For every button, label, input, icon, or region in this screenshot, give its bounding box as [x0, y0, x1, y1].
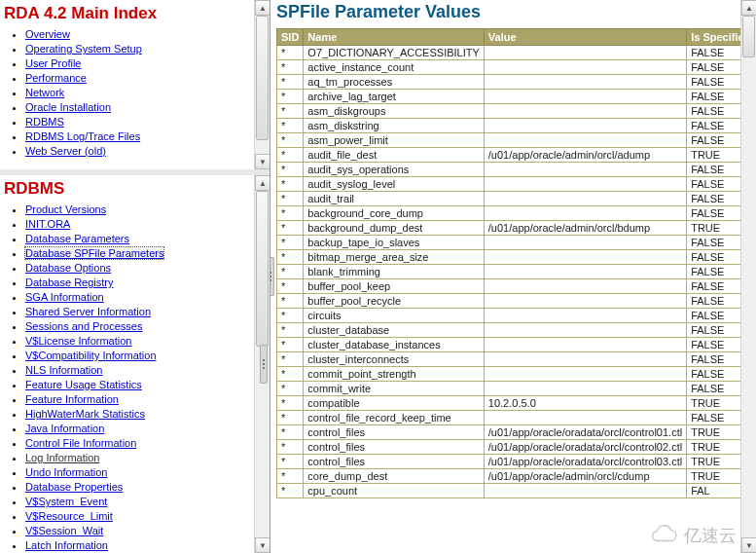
nav-link[interactable]: V$Session_Wait	[25, 525, 103, 536]
nav-link[interactable]: Database Registry	[25, 276, 114, 288]
table-row[interactable]: *control_files/u01/app/oracle/oradata/or…	[277, 455, 757, 469]
nav-link[interactable]: NLS Information	[25, 364, 102, 376]
content-scroll[interactable]: ▲ ▼	[740, 0, 756, 553]
table-row[interactable]: *background_dump_dest/u01/app/oracle/adm…	[277, 221, 757, 236]
nav-link[interactable]: Java Information	[25, 423, 104, 434]
nav-link[interactable]: Database Parameters	[25, 233, 129, 244]
cell-name: audit_file_dest	[304, 148, 484, 163]
cell-value	[484, 90, 686, 104]
nav-link[interactable]: Database Properties	[25, 481, 123, 493]
nav-link[interactable]: Sessions and Processes	[25, 320, 142, 332]
scroll-down-icon[interactable]: ▼	[255, 537, 270, 553]
nav-link[interactable]: V$System_Event	[25, 496, 107, 507]
nav-link[interactable]: Overview	[25, 28, 70, 40]
table-row[interactable]: *cpu_countFAL	[277, 484, 757, 498]
nav-link[interactable]: Undo Information	[25, 466, 107, 478]
cell-name: cluster_database_instances	[304, 338, 484, 352]
cell-sid: *	[277, 367, 304, 382]
table-row[interactable]: *audit_trailFALSE0	[277, 192, 757, 206]
table-row[interactable]: *control_file_record_keep_timeFALSE0	[277, 411, 757, 425]
cell-value	[484, 265, 686, 279]
nav-link[interactable]: Latch Information	[25, 539, 108, 551]
table-row[interactable]: *core_dump_dest/u01/app/oracle/admin/orc…	[277, 469, 757, 484]
scroll-thumb[interactable]	[742, 16, 755, 57]
table-row[interactable]: *control_files/u01/app/oracle/oradata/or…	[277, 425, 757, 440]
nav-link[interactable]: RDBMS Log/Trace Files	[25, 130, 140, 142]
table-row[interactable]: *active_instance_countFALSE0	[277, 60, 757, 75]
main-index-scroll[interactable]: ▲ ▼	[254, 0, 270, 169]
nav-link[interactable]: Database SPFile Parameters	[25, 247, 163, 259]
nav-link[interactable]: Feature Information	[25, 393, 119, 405]
nav-link[interactable]: Web Server (old)	[25, 145, 106, 157]
table-row[interactable]: *commit_writeFALSE0	[277, 382, 757, 396]
col-name[interactable]: Name	[304, 29, 484, 46]
nav-link[interactable]: Performance	[25, 72, 87, 84]
table-row[interactable]: *blank_trimmingFALSE0	[277, 265, 757, 279]
cell-value	[484, 279, 686, 294]
col-sid[interactable]: SID	[277, 29, 304, 46]
table-row[interactable]: *asm_diskstringFALSE0	[277, 119, 757, 133]
cell-value	[484, 60, 686, 75]
table-row[interactable]: *buffer_pool_recycleFALSE0	[277, 294, 757, 309]
nav-link[interactable]: V$Resource_Limit	[25, 510, 113, 522]
sidebar-item: Database SPFile Parameters	[25, 246, 268, 260]
rdbms-nav: Product VersionsINIT.ORADatabase Paramet…	[4, 203, 268, 553]
scroll-up-icon[interactable]: ▲	[255, 0, 270, 16]
scroll-down-icon[interactable]: ▼	[741, 537, 756, 553]
table-row[interactable]: *asm_diskgroupsFALSE0	[277, 104, 757, 119]
nav-link[interactable]: Product Versions	[25, 203, 106, 215]
table-row[interactable]: *audit_file_dest/u01/app/oracle/admin/or…	[277, 148, 757, 163]
cell-name: compatible	[304, 396, 484, 411]
nav-link[interactable]: Oracle Installation	[25, 101, 111, 113]
nav-link[interactable]: User Profile	[25, 57, 81, 69]
table-row[interactable]: *cluster_interconnectsFALSE0	[277, 352, 757, 367]
table-row[interactable]: *commit_point_strengthFALSE0	[277, 367, 757, 382]
cell-sid: *	[277, 484, 304, 498]
cell-name: commit_point_strength	[304, 367, 484, 382]
scroll-thumb[interactable]	[256, 16, 269, 140]
nav-link[interactable]: Shared Server Information	[25, 306, 151, 317]
nav-link[interactable]: V$License Information	[25, 335, 131, 347]
table-row[interactable]: *bitmap_merge_area_sizeFALSE0	[277, 250, 757, 265]
sidebar-item: Performance	[25, 71, 268, 85]
cell-sid: *	[277, 323, 304, 338]
scroll-up-icon[interactable]: ▲	[255, 175, 270, 191]
table-row[interactable]: *asm_power_limitFALSE0	[277, 133, 757, 148]
sidebar-item: Java Information	[25, 422, 268, 435]
splitter-handle[interactable]	[260, 345, 268, 384]
cell-name: asm_power_limit	[304, 133, 484, 148]
nav-link[interactable]: SGA Information	[25, 291, 104, 303]
table-row[interactable]: *cluster_databaseFALSE0	[277, 323, 757, 338]
splitter-handle-right[interactable]	[270, 257, 274, 296]
nav-link[interactable]: HighWaterMark Statistics	[25, 408, 145, 420]
table-row[interactable]: *background_core_dumpFALSE0	[277, 206, 757, 221]
nav-link[interactable]: INIT.ORA	[25, 218, 70, 230]
nav-link[interactable]: Log Information	[25, 452, 99, 463]
table-row[interactable]: *cluster_database_instancesFALSE0	[277, 338, 757, 352]
nav-link[interactable]: Network	[25, 87, 64, 98]
nav-link[interactable]: V$Compatibility Information	[25, 350, 157, 361]
table-row[interactable]: *archive_lag_targetFALSE0	[277, 90, 757, 104]
table-row[interactable]: *aq_tm_processesFALSE0	[277, 75, 757, 90]
table-row[interactable]: *audit_syslog_levelFALSE0	[277, 177, 757, 192]
nav-link[interactable]: Database Options	[25, 262, 111, 274]
nav-link[interactable]: RDBMS	[25, 116, 64, 128]
scroll-down-icon[interactable]: ▼	[255, 154, 270, 169]
table-row[interactable]: *compatible10.2.0.5.0TRUE1	[277, 396, 757, 411]
cell-name: circuits	[304, 309, 484, 323]
table-row[interactable]: *audit_sys_operationsFALSE0	[277, 163, 757, 177]
table-row[interactable]: *control_files/u01/app/oracle/oradata/or…	[277, 440, 757, 455]
table-row[interactable]: *circuitsFALSE0	[277, 309, 757, 323]
table-header-row: SID Name Value Is Specified? Ordinal Upd…	[277, 29, 757, 46]
sidebar-item: Database Properties	[25, 480, 268, 494]
table-row[interactable]: *O7_DICTIONARY_ACCESSIBILITYFALSE0	[277, 46, 757, 60]
sidebar-item: V$Resource_Limit	[25, 509, 268, 523]
scroll-thumb[interactable]	[256, 191, 269, 347]
nav-link[interactable]: Control File Information	[25, 437, 136, 449]
nav-link[interactable]: Feature Usage Statistics	[25, 379, 142, 390]
nav-link[interactable]: Operating System Setup	[25, 43, 142, 55]
scroll-up-icon[interactable]: ▲	[741, 0, 756, 16]
col-value[interactable]: Value	[484, 29, 686, 46]
table-row[interactable]: *backup_tape_io_slavesFALSE0	[277, 236, 757, 250]
table-row[interactable]: *buffer_pool_keepFALSE0	[277, 279, 757, 294]
